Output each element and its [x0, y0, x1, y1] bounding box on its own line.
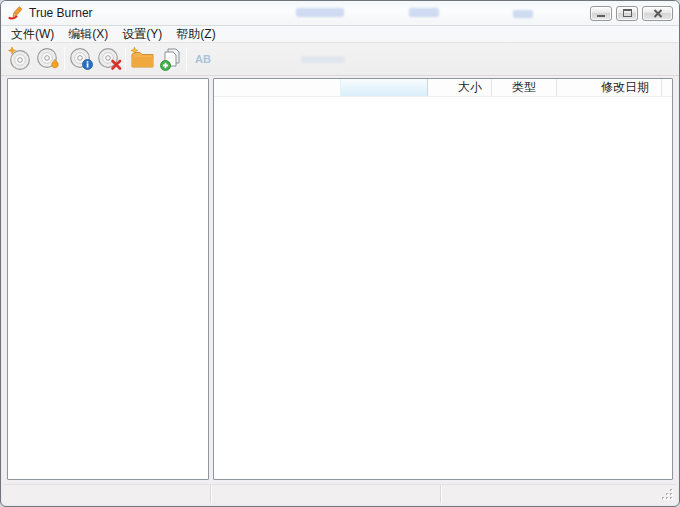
app-logo-icon [8, 5, 24, 21]
maximize-button[interactable] [616, 6, 638, 21]
watermark-artifact [301, 56, 345, 63]
menu-edit[interactable]: 编辑(X) [61, 26, 115, 42]
toolbar-separator [64, 47, 65, 71]
window-title: True Burner [29, 6, 93, 20]
column-header-size[interactable]: 大小 [428, 79, 492, 96]
toolbar-separator [125, 47, 126, 71]
menubar: 文件(W) 编辑(X) 设置(Y) 帮助(Z) [1, 26, 679, 43]
statusbar-pane-middle [211, 485, 441, 503]
burn-disc-button[interactable] [34, 45, 62, 73]
maximize-icon [623, 9, 632, 17]
erase-disc-button[interactable] [95, 45, 123, 73]
disc-new-icon [7, 46, 33, 72]
minimize-button[interactable] [590, 6, 612, 21]
menu-help[interactable]: 帮助(Z) [169, 26, 222, 42]
statusbar-pane-left [4, 485, 211, 503]
file-list-panel: 大小 类型 修改日期 [213, 78, 673, 480]
add-files-icon [157, 46, 183, 72]
column-header-filler [662, 79, 672, 96]
toolbar-separator [186, 47, 187, 71]
disc-label-button: AB [189, 45, 217, 73]
file-list-body[interactable] [214, 97, 672, 479]
disc-erase-icon [96, 46, 122, 72]
add-folder-button[interactable] [128, 45, 156, 73]
statusbar-pane-right [441, 485, 676, 503]
toolbar: AB [1, 43, 679, 76]
menu-file[interactable]: 文件(W) [4, 26, 61, 42]
disc-info-icon [68, 46, 94, 72]
column-header-modified-date[interactable]: 修改日期 [557, 79, 662, 96]
file-list-header: 大小 类型 修改日期 [214, 79, 672, 97]
menu-settings[interactable]: 设置(Y) [115, 26, 169, 42]
resize-grip-icon[interactable] [661, 488, 674, 501]
disc-info-button[interactable] [67, 45, 95, 73]
ab-text-icon: AB [195, 53, 211, 65]
column-header-type[interactable]: 类型 [492, 79, 557, 96]
window-controls [590, 6, 673, 21]
watermark-artifact [296, 8, 344, 17]
new-compilation-button[interactable] [6, 45, 34, 73]
add-files-button[interactable] [156, 45, 184, 73]
close-button[interactable] [642, 6, 673, 21]
column-header-name[interactable] [214, 79, 340, 96]
disc-burn-icon [35, 46, 61, 72]
watermark-artifact [513, 10, 533, 18]
app-window: True Burner 文件(W) 编辑(X) 设置(Y) 帮助(Z) [0, 0, 680, 507]
content-area: 大小 类型 修改日期 [7, 78, 673, 480]
compilation-tree-panel[interactable] [7, 78, 209, 480]
column-header-highlighted[interactable] [340, 79, 428, 96]
statusbar [4, 484, 676, 503]
watermark-artifact [409, 8, 439, 17]
folder-new-icon [129, 46, 155, 72]
titlebar[interactable]: True Burner [1, 1, 679, 26]
minimize-icon [597, 15, 605, 17]
close-icon [653, 9, 663, 18]
